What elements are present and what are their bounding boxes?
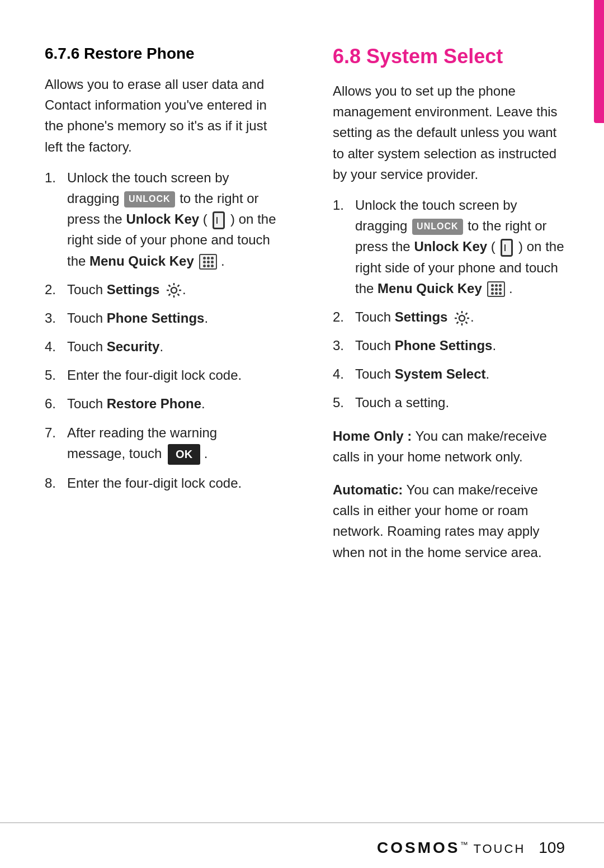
list-item: 6. Touch Restore Phone. — [45, 393, 277, 414]
list-item: 4. Touch Security. — [45, 336, 277, 357]
bold-text: Unlock Key — [126, 211, 199, 227]
left-column: 6.7.6 Restore Phone Allows you to erase … — [45, 45, 294, 745]
svg-line-8 — [169, 294, 171, 296]
bold-text: Settings — [107, 282, 160, 297]
page-number: 109 — [539, 839, 565, 857]
right-column: 6.8 System Select Allows you to set up t… — [327, 45, 565, 745]
svg-line-14 — [457, 313, 459, 314]
list-item: 1. Unlock the touch screen by dragging U… — [333, 195, 565, 299]
step-content: Unlock the touch screen by dragging UNLO… — [355, 195, 565, 299]
bold-text: Menu Quick Key — [89, 253, 194, 268]
step-number: 4. — [45, 336, 63, 357]
step-content: Touch Settings — [67, 279, 277, 300]
brand-touch: TOUCH — [473, 842, 525, 856]
step-content: Enter the four-digit lock code. — [67, 473, 277, 493]
page: 6.7.6 Restore Phone Allows you to erase … — [0, 0, 604, 868]
list-item: 5. Enter the four-digit lock code. — [45, 365, 277, 385]
step-content: Touch Security. — [67, 336, 277, 357]
step-number: 2. — [333, 306, 351, 327]
svg-line-5 — [169, 285, 171, 287]
step-number: 5. — [333, 392, 351, 413]
step-number: 4. — [333, 364, 351, 384]
bold-text: Phone Settings — [107, 310, 205, 326]
settings-gear-icon — [166, 282, 182, 299]
step-content: Touch a setting. — [355, 392, 565, 413]
list-item: 3. Touch Phone Settings. — [45, 308, 277, 328]
step-number: 6. — [45, 393, 63, 414]
svg-point-0 — [171, 287, 177, 293]
bold-text: Restore Phone — [107, 396, 201, 411]
list-item: 2. Touch Settings — [45, 279, 277, 300]
unlock-badge: UNLOCK — [412, 219, 463, 235]
ok-button-label: OK — [168, 444, 200, 465]
svg-line-15 — [466, 322, 468, 323]
home-only-section: Home Only : You can make/receive calls i… — [333, 426, 565, 467]
step-content: Touch System Select. — [355, 364, 565, 384]
bold-text: Settings — [395, 309, 448, 324]
automatic-section: Automatic: You can make/receive calls in… — [333, 479, 565, 563]
step-number: 2. — [45, 279, 63, 300]
step-number: 5. — [45, 365, 63, 385]
home-only-text: Home Only : You can make/receive calls i… — [333, 426, 565, 467]
bold-text: System Select — [395, 366, 486, 381]
step-number: 3. — [333, 335, 351, 356]
step-content: Touch Phone Settings. — [67, 308, 277, 328]
bold-text: Security — [107, 339, 160, 354]
bottom-divider — [0, 822, 604, 823]
bold-text: Phone Settings — [395, 338, 493, 353]
bold-text: Menu Quick Key — [378, 281, 482, 296]
left-steps-list: 1. Unlock the touch screen by dragging U… — [45, 167, 277, 493]
accent-bar — [594, 0, 604, 123]
step-content: Enter the four-digit lock code. — [67, 365, 277, 385]
step-number: 1. — [333, 195, 351, 215]
step-number: 1. — [45, 167, 63, 188]
automatic-text: Automatic: You can make/receive calls in… — [333, 479, 565, 563]
brand-name: cosmos™ — [377, 839, 470, 857]
svg-line-17 — [457, 322, 459, 323]
key-icon — [501, 239, 513, 257]
svg-point-9 — [459, 315, 465, 321]
list-item: 3. Touch Phone Settings. — [333, 335, 565, 356]
right-steps-list: 1. Unlock the touch screen by dragging U… — [333, 195, 565, 413]
step-number: 8. — [45, 473, 63, 493]
step-content: Touch Restore Phone. — [67, 393, 277, 414]
list-item: 7. After reading the warning message, to… — [45, 422, 277, 465]
key-icon — [213, 211, 225, 229]
svg-line-6 — [178, 294, 180, 296]
content-area: 6.7.6 Restore Phone Allows you to erase … — [0, 0, 604, 801]
list-item: 5. Touch a setting. — [333, 392, 565, 413]
list-item: 2. Touch Settings — [333, 306, 565, 327]
step-number: 7. — [45, 422, 63, 443]
footer-brand: cosmos™ TOUCH 109 — [377, 839, 565, 857]
unlock-badge: UNLOCK — [124, 191, 174, 207]
step-number: 3. — [45, 308, 63, 328]
step-content: After reading the warning message, touch… — [67, 422, 277, 465]
list-item: 1. Unlock the touch screen by dragging U… — [45, 167, 277, 271]
menu-quick-key-icon — [199, 254, 217, 270]
step-content: Touch Phone Settings. — [355, 335, 565, 356]
list-item: 4. Touch System Select. — [333, 364, 565, 384]
svg-line-7 — [178, 285, 180, 287]
menu-quick-key-icon — [487, 281, 505, 297]
bold-text: Unlock Key — [414, 239, 487, 254]
automatic-title: Automatic: — [333, 482, 403, 497]
left-section-title: 6.7.6 Restore Phone — [45, 45, 277, 63]
svg-line-16 — [466, 313, 468, 314]
left-intro: Allows you to erase all user data and Co… — [45, 74, 277, 157]
home-only-title: Home Only : — [333, 428, 412, 444]
settings-gear-icon — [454, 310, 470, 327]
footer: cosmos™ TOUCH 109 — [0, 839, 604, 857]
step-content: Unlock the touch screen by dragging UNLO… — [67, 167, 277, 271]
list-item: 8. Enter the four-digit lock code. — [45, 473, 277, 493]
step-content: Touch Settings — [355, 306, 565, 327]
right-section-title: 6.8 System Select — [333, 45, 565, 68]
right-intro: Allows you to set up the phone managemen… — [333, 81, 565, 185]
